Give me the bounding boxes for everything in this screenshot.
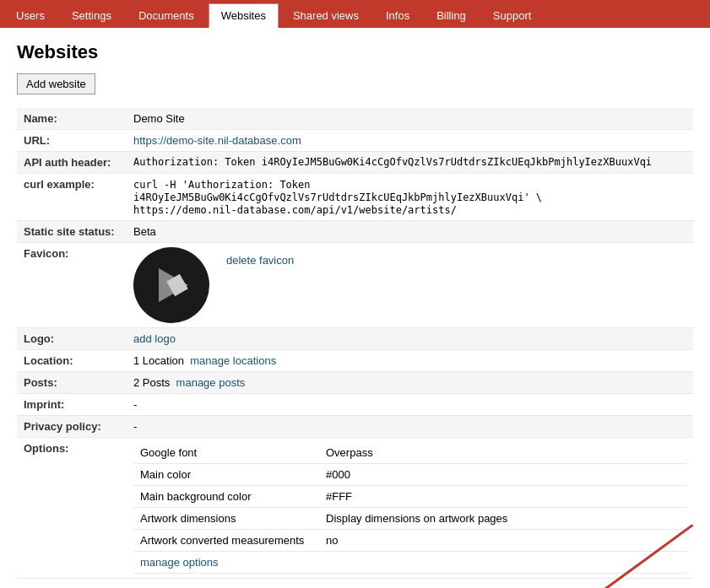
- manage-options-cell: manage options: [133, 552, 686, 574]
- table-row: Name: Demo Site: [17, 108, 693, 130]
- tab-bar: Users Settings Documents Websites Shared…: [0, 0, 710, 28]
- page-title: Websites: [17, 41, 693, 63]
- location-label: Location:: [17, 350, 127, 372]
- tab-websites[interactable]: Websites: [209, 3, 279, 28]
- options-row: Artwork converted measurements no: [133, 530, 686, 552]
- main-color-label: Main color: [133, 464, 319, 486]
- artwork-dim-label: Artwork dimensions: [133, 508, 319, 530]
- name-value: Demo Site: [127, 108, 693, 130]
- posts-label: Posts:: [17, 372, 127, 394]
- favicon-actions: delete favicon: [226, 254, 294, 267]
- curl-line1: curl -H 'Authorization: Token i4ROyIeJM5…: [133, 179, 542, 203]
- options-row: Main background color #FFF: [133, 486, 686, 508]
- table-row: Options: Google font Overpass Main color…: [17, 438, 693, 579]
- imprint-value: -: [127, 394, 693, 416]
- table-row: curl example: curl -H 'Authorization: To…: [17, 174, 693, 221]
- main-bg-value: #FFF: [319, 486, 686, 508]
- artwork-conv-label: Artwork converted measurements: [133, 530, 319, 552]
- table-row: Static site status: Beta: [17, 221, 693, 243]
- api-auth-label: API auth header:: [17, 152, 127, 174]
- options-row: Main color #000: [133, 464, 686, 486]
- tab-support[interactable]: Support: [480, 3, 545, 28]
- options-row: Google font Overpass: [133, 442, 686, 464]
- privacy-value: -: [127, 416, 693, 438]
- table-row: Logo: add logo: [17, 328, 693, 350]
- table-row: Privacy policy: -: [17, 416, 693, 438]
- table-row: Location: 1 Location manage locations: [17, 350, 693, 372]
- google-font-label: Google font: [133, 442, 319, 464]
- tab-shared-views[interactable]: Shared views: [280, 3, 371, 28]
- posts-cell: 2 Posts manage posts: [127, 372, 693, 394]
- main-color-value: #000: [319, 464, 686, 486]
- google-font-value: Overpass: [319, 442, 686, 464]
- website-details-table: Name: Demo Site URL: https://demo-site.n…: [17, 108, 693, 579]
- add-website-button[interactable]: Add website: [17, 73, 95, 94]
- table-row: Posts: 2 Posts manage posts: [17, 372, 693, 394]
- manage-locations-link[interactable]: manage locations: [190, 354, 276, 367]
- options-row: manage options: [133, 552, 686, 574]
- curl-label: curl example:: [17, 174, 127, 221]
- logo-cell: add logo: [127, 328, 693, 350]
- add-logo-link[interactable]: add logo: [133, 332, 176, 345]
- curl-line2: https://demo.nil-database.com/api/v1/web…: [133, 204, 457, 216]
- imprint-label: Imprint:: [17, 394, 127, 416]
- manage-options-link[interactable]: manage options: [140, 556, 219, 569]
- logo-label: Logo:: [17, 328, 127, 350]
- options-row: Artwork dimensions Display dimensions on…: [133, 508, 686, 530]
- manage-posts-link[interactable]: manage posts: [176, 376, 246, 389]
- delete-favicon-link[interactable]: delete favicon: [226, 254, 294, 267]
- table-row: Imprint: -: [17, 394, 693, 416]
- tab-billing[interactable]: Billing: [424, 3, 479, 28]
- name-label: Name:: [17, 108, 127, 130]
- url-label: URL:: [17, 130, 127, 152]
- table-row: URL: https://demo-site.nil-database.com: [17, 130, 693, 152]
- favicon-label: Favicon:: [17, 243, 127, 328]
- url-value: https://demo-site.nil-database.com: [127, 130, 693, 152]
- favicon-image: [133, 247, 209, 323]
- artwork-dim-value: Display dimensions on artwork pages: [319, 508, 686, 530]
- tab-infos[interactable]: Infos: [373, 3, 422, 28]
- tab-settings[interactable]: Settings: [59, 3, 124, 28]
- api-auth-value: Authorization: Token i4ROyIeJM5BuGw0Ki4c…: [127, 152, 693, 174]
- favicon-play-icon: [146, 260, 197, 310]
- location-count: 1 Location: [133, 354, 184, 367]
- tab-users[interactable]: Users: [3, 3, 57, 28]
- location-cell: 1 Location manage locations: [127, 350, 693, 372]
- options-label: Options:: [17, 438, 127, 579]
- privacy-label: Privacy policy:: [17, 416, 127, 438]
- url-link[interactable]: https://demo-site.nil-database.com: [133, 134, 301, 147]
- static-value: Beta: [127, 221, 693, 243]
- page-content: Websites Add website Name: Demo Site URL…: [0, 28, 710, 588]
- tab-documents[interactable]: Documents: [126, 3, 207, 28]
- posts-count: 2 Posts: [133, 376, 170, 389]
- curl-value: curl -H 'Authorization: Token i4ROyIeJM5…: [127, 174, 693, 221]
- favicon-cell: delete favicon: [127, 243, 693, 328]
- artwork-conv-value: no: [319, 530, 686, 552]
- static-label: Static site status:: [17, 221, 127, 243]
- favicon-container: delete favicon: [133, 247, 686, 323]
- options-cell: Google font Overpass Main color #000 Mai…: [127, 438, 693, 579]
- table-row: Favicon: delete favicon: [17, 243, 693, 328]
- options-table: Google font Overpass Main color #000 Mai…: [133, 442, 686, 574]
- table-row: API auth header: Authorization: Token i4…: [17, 152, 693, 174]
- main-bg-label: Main background color: [133, 486, 319, 508]
